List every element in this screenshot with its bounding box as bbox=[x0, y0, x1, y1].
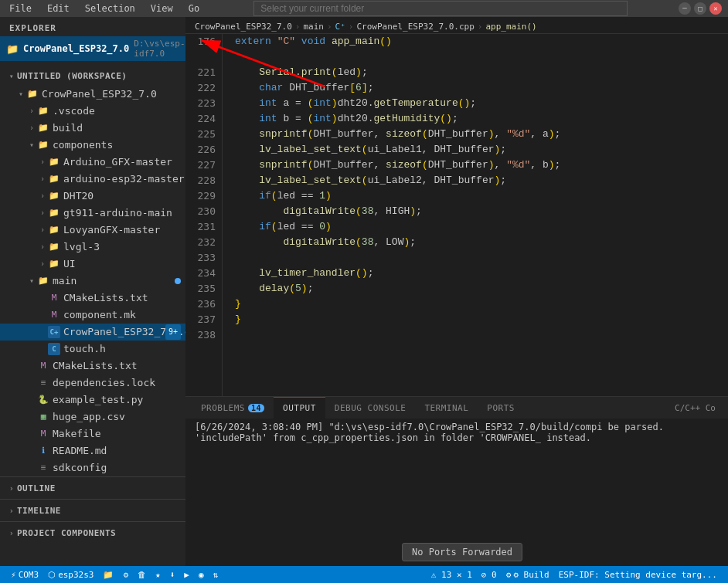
folder-project-path: D:\vs\esp-idf7.0 bbox=[134, 39, 185, 59]
esp-idf-label: ESP-IDF: Setting device targ... bbox=[559, 570, 717, 580]
sidebar-item-lvgl[interactable]: › 📁 lvgl-3 bbox=[0, 239, 185, 256]
c-icon: C bbox=[48, 343, 60, 355]
breadcrumb-sep-2: › bbox=[327, 22, 332, 32]
outline-header[interactable]: › OUTLINE bbox=[0, 480, 185, 496]
dht20-label: DHT20 bbox=[63, 188, 94, 204]
sidebar-item-build[interactable]: › 📁 build bbox=[0, 120, 185, 137]
folder-icon: 📁 bbox=[6, 43, 19, 55]
no-ports-badge[interactable]: No Ports Forwarded bbox=[402, 543, 522, 561]
sidebar-item-main[interactable]: ▾ 📁 main bbox=[0, 273, 185, 290]
tab-debug-console[interactable]: DEBUG CONSOLE bbox=[325, 397, 416, 419]
touch-label: touch.h bbox=[63, 341, 106, 357]
sidebar-item-sdkconfig[interactable]: › ≡ sdkconfig bbox=[0, 459, 185, 476]
project-components-header[interactable]: › PROJECT COMPONENTS bbox=[0, 525, 185, 541]
timeline-section: › TIMELINE bbox=[0, 499, 185, 521]
menu-go[interactable]: Go bbox=[185, 3, 202, 14]
status-com3[interactable]: ⚡ COM3 bbox=[6, 566, 43, 583]
sidebar-item-huge-app[interactable]: › ▦ huge_app.csv bbox=[0, 408, 185, 425]
sidebar-item-arduino-gfx[interactable]: › 📁 Arduino_GFX-master bbox=[0, 154, 185, 171]
status-arrows-btn[interactable]: ⇅ bbox=[209, 566, 223, 583]
components-chevron: ▾ bbox=[26, 140, 37, 151]
menu-edit[interactable]: Edit bbox=[44, 3, 73, 14]
sidebar-item-vscode[interactable]: › 📁 .vscode bbox=[0, 103, 185, 120]
sidebar-item-components[interactable]: ▾ 📁 components bbox=[0, 137, 185, 154]
breadcrumb-part-4[interactable]: CrowPanel_ESP32_7.0.cpp bbox=[356, 22, 474, 32]
sidebar-item-componentmk[interactable]: › M component.mk bbox=[0, 307, 185, 324]
sidebar-item-makefile[interactable]: › M Makefile bbox=[0, 425, 185, 442]
tab-output[interactable]: OUTPUT bbox=[274, 397, 325, 419]
project-components-chevron: › bbox=[6, 527, 17, 538]
status-esp-idf[interactable]: ESP-IDF: Setting device targ... bbox=[554, 570, 722, 580]
deps-icon: ≡ bbox=[37, 377, 49, 389]
arduino-gfx-label: Arduino_GFX-master bbox=[63, 154, 172, 170]
status-terminal-btn[interactable]: ▶ bbox=[179, 566, 194, 583]
lovyan-icon: 📁 bbox=[48, 224, 60, 236]
close-button[interactable]: ✕ bbox=[709, 2, 722, 15]
status-gear-btn[interactable]: ⚙ bbox=[118, 566, 133, 583]
line-numbers: 176 221 222 223 224 225 226 227 228 229 … bbox=[185, 34, 223, 396]
componentmk-label: component.mk bbox=[63, 307, 136, 323]
status-esp32s3[interactable]: ⬡ esp32s3 bbox=[43, 566, 98, 583]
maximize-button[interactable]: □ bbox=[694, 2, 706, 15]
sidebar-item-arduino-esp32[interactable]: › 📁 arduino-esp32-master bbox=[0, 171, 185, 188]
ui-chevron: › bbox=[37, 259, 48, 269]
project-folder[interactable]: ▾ 📁 CrowPanel_ESP32_7.0 bbox=[0, 86, 185, 103]
sidebar-item-ui[interactable]: › 📁 UI bbox=[0, 256, 185, 273]
status-monitor-btn[interactable]: ◉ bbox=[194, 566, 209, 583]
components-label: components bbox=[53, 137, 113, 153]
folder-input-container[interactable] bbox=[253, 1, 628, 16]
sidebar-item-dht20[interactable]: › 📁 DHT20 bbox=[0, 188, 185, 205]
lvgl-icon: 📁 bbox=[48, 241, 60, 253]
tab-problems[interactable]: PROBLEMS 14 bbox=[192, 397, 274, 419]
menu-view[interactable]: View bbox=[148, 3, 176, 14]
sidebar-item-cmake-root[interactable]: › M CMakeLists.txt bbox=[0, 358, 185, 375]
menu-file[interactable]: File bbox=[6, 3, 35, 14]
main-label: main bbox=[53, 273, 77, 289]
timeline-header[interactable]: › TIMELINE bbox=[0, 503, 185, 518]
trash-status-icon: 🗑 bbox=[138, 570, 146, 580]
project-components-label: PROJECT COMPONENTS bbox=[17, 528, 116, 538]
sidebar-item-readme[interactable]: › ℹ README.md bbox=[0, 442, 185, 459]
status-trash-btn[interactable]: 🗑 bbox=[133, 566, 151, 583]
status-flash-btn[interactable]: ⬇ bbox=[165, 566, 180, 583]
status-folder-btn[interactable]: 📁 bbox=[98, 566, 118, 583]
sidebar-item-crowpanel-cpp[interactable]: › C+ CrowPanel_ESP32_7.0.cpp 9+ bbox=[0, 324, 185, 341]
sdkconfig-icon: ≡ bbox=[37, 462, 49, 474]
sdkconfig-label: sdkconfig bbox=[53, 460, 107, 476]
vscode-folder-icon: 📁 bbox=[37, 105, 49, 117]
sidebar-item-gt911[interactable]: › 📁 gt911-arduino-main bbox=[0, 205, 185, 222]
panel-tabs: PROBLEMS 14 OUTPUT DEBUG CONSOLE TERMINA… bbox=[185, 397, 728, 419]
gear-status-icon: ⚙ bbox=[123, 570, 128, 580]
terminal-label: TERMINAL bbox=[424, 403, 468, 413]
lvgl-chevron: › bbox=[37, 242, 48, 253]
status-build[interactable]: ⚙ ⚙ Build bbox=[502, 570, 554, 580]
tab-ports[interactable]: PORTS bbox=[478, 397, 524, 419]
tab-terminal[interactable]: TERMINAL bbox=[415, 397, 478, 419]
minimize-button[interactable]: ─ bbox=[679, 2, 691, 15]
sidebar-item-deps[interactable]: › ≡ dependencies.lock bbox=[0, 375, 185, 391]
sidebar-item-lovyan[interactable]: › 📁 LovyanGFX-master bbox=[0, 222, 185, 239]
workspace-header[interactable]: ▾ UNTITLED (WORKSPACE) bbox=[0, 61, 185, 86]
sidebar-item-cmake-main[interactable]: › M CMakeLists.txt bbox=[0, 290, 185, 307]
breadcrumb-part-5[interactable]: app_main() bbox=[485, 22, 536, 32]
readme-icon: ℹ bbox=[37, 445, 49, 457]
example-test-label: example_test.py bbox=[53, 392, 143, 408]
cmake-root-label: CMakeLists.txt bbox=[53, 358, 138, 374]
status-star-btn[interactable]: ★ bbox=[151, 566, 165, 583]
folder-selector-bar[interactable]: 📁 CrowPanel_ESP32_7.0 D:\vs\esp-idf7.0 bbox=[0, 36, 185, 61]
breadcrumb-part-2[interactable]: main bbox=[303, 22, 324, 32]
folder-input[interactable] bbox=[260, 3, 621, 14]
status-errors[interactable]: ⊘ 0 bbox=[477, 570, 502, 580]
status-right: ⚠ 13 ✕ 1 ⊘ 0 ⚙ ⚙ Build ESP-IDF: Setting … bbox=[427, 570, 722, 580]
no-ports-label: No Ports Forwarded bbox=[412, 547, 512, 558]
menu-selection[interactable]: Selection bbox=[82, 3, 138, 14]
outline-chevron: › bbox=[6, 483, 17, 493]
gt911-icon: 📁 bbox=[48, 207, 60, 219]
py-icon: 🐍 bbox=[37, 394, 49, 406]
sidebar-item-touch[interactable]: › C touch.h bbox=[0, 341, 185, 358]
code-editor[interactable]: extern "C" void app_main() Serial.print(… bbox=[223, 34, 728, 396]
breadcrumb-part-1[interactable]: CrowPanel_ESP32_7.0 bbox=[195, 22, 292, 32]
status-warnings[interactable]: ⚠ 13 ✕ 1 bbox=[427, 570, 477, 580]
lvgl-label: lvgl-3 bbox=[63, 239, 100, 255]
sidebar-item-example-test[interactable]: › 🐍 example_test.py bbox=[0, 391, 185, 408]
